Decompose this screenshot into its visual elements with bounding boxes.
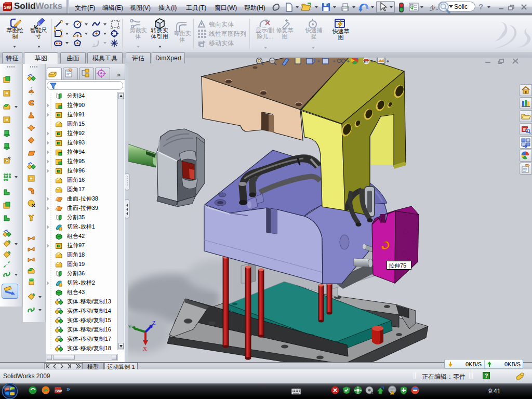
svg-text:Z: Z [152, 320, 156, 326]
svg-text:SW: SW [56, 389, 62, 393]
svg-text:SW: SW [4, 5, 11, 10]
svg-text:Y: Y [128, 323, 132, 329]
svg-text:X: X [143, 345, 147, 352]
